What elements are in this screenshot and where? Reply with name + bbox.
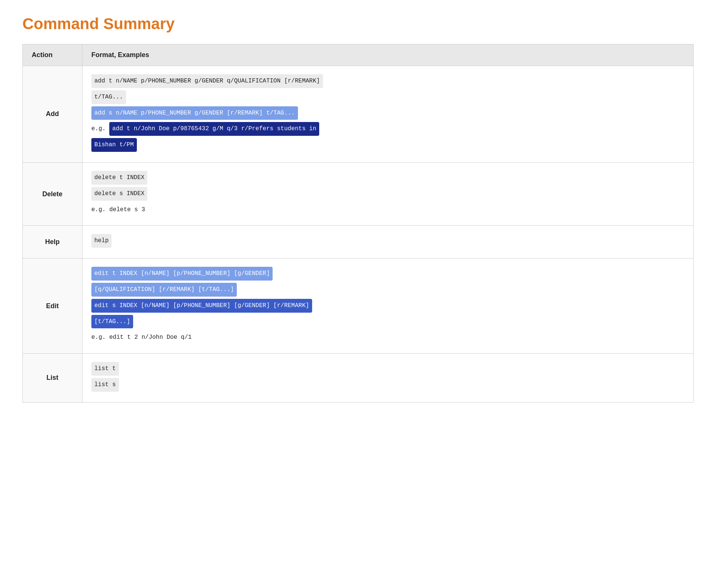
code-help: help (91, 234, 112, 248)
action-cell-list: List (23, 354, 82, 403)
code-add-tag: t/TAG... (91, 90, 126, 104)
code-add-s: add s n/NAME p/PHONE_NUMBER g/GENDER [r/… (91, 106, 298, 120)
eg-prefix-add: e.g. (91, 125, 109, 132)
action-header: Action (23, 44, 82, 66)
format-cell-delete: delete t INDEX delete s INDEX e.g. delet… (82, 162, 694, 225)
code-add-t: add t n/NAME p/PHONE_NUMBER g/GENDER q/Q… (91, 74, 323, 88)
code-edit-s-cont: [t/TAG...] (91, 315, 133, 329)
eg-edit: e.g. edit t 2 n/John Doe q/1 (91, 334, 192, 341)
code-delete-s: delete s INDEX (91, 187, 147, 201)
code-add-example-cont: Bishan t/PM (91, 138, 137, 152)
page-title: Command Summary (22, 15, 694, 33)
action-cell-delete: Delete (23, 162, 82, 225)
code-list-s: list s (91, 378, 119, 392)
action-cell-add: Add (23, 66, 82, 163)
format-cell-list: list t list s (82, 354, 694, 403)
table-row: Add add t n/NAME p/PHONE_NUMBER g/GENDER… (23, 66, 694, 163)
format-cell-edit: edit t INDEX [n/NAME] [p/PHONE_NUMBER] [… (82, 259, 694, 354)
table-row: List list t list s (23, 354, 694, 403)
format-cell-help: help (82, 226, 694, 259)
table-row: Edit edit t INDEX [n/NAME] [p/PHONE_NUMB… (23, 259, 694, 354)
table-row: Help help (23, 226, 694, 259)
format-header: Format, Examples (82, 44, 694, 66)
code-list-t: list t (91, 362, 119, 376)
format-cell-add: add t n/NAME p/PHONE_NUMBER g/GENDER q/Q… (82, 66, 694, 163)
code-edit-t-cont: [q/QUALIFICATION] [r/REMARK] [t/TAG...] (91, 283, 237, 297)
table-header-row: Action Format, Examples (23, 44, 694, 66)
code-delete-t: delete t INDEX (91, 171, 147, 185)
code-edit-t: edit t INDEX [n/NAME] [p/PHONE_NUMBER] [… (91, 267, 273, 281)
eg-delete: e.g. delete s 3 (91, 206, 145, 213)
action-cell-help: Help (23, 226, 82, 259)
command-summary-table: Action Format, Examples Add add t n/NAME… (22, 44, 694, 403)
code-edit-s: edit s INDEX [n/NAME] [p/PHONE_NUMBER] [… (91, 299, 312, 313)
action-cell-edit: Edit (23, 259, 82, 354)
table-row: Delete delete t INDEX delete s INDEX e.g… (23, 162, 694, 225)
code-add-example: add t n/John Doe p/98765432 g/M q/3 r/Pr… (109, 122, 319, 136)
